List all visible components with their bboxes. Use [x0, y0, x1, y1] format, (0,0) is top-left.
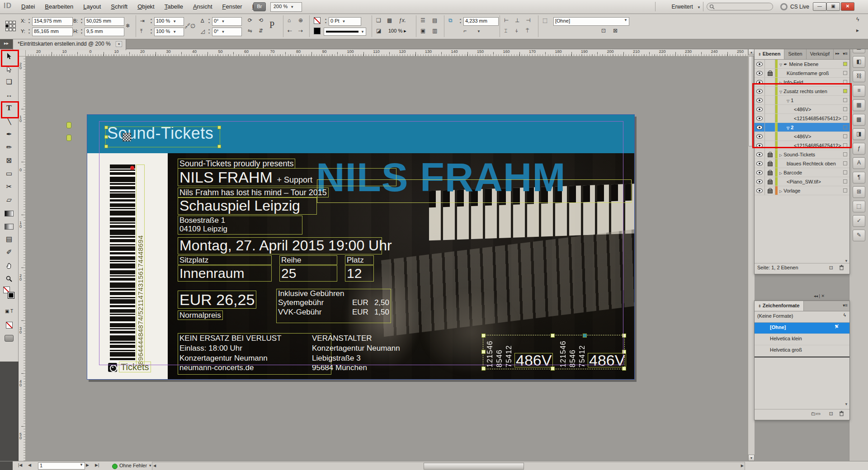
layers-panel-icon[interactable]: ◧ [853, 56, 865, 68]
group-selection-frame[interactable] [483, 335, 625, 369]
rotation-stepper[interactable]: ▴▾ [207, 17, 211, 24]
preflight-panel-icon[interactable]: ✓ [853, 215, 865, 227]
stroke-panel-icon[interactable]: ≡ [853, 85, 865, 97]
quick-apply-icon[interactable]: ϟ [844, 313, 846, 318]
cs-live-label[interactable]: CS Live [790, 4, 809, 10]
vertical-scroll-thumb[interactable] [749, 56, 754, 146]
layer-row[interactable]: ▷Info-Feld [755, 78, 849, 87]
frame-fitting-icon[interactable]: ⧉ [448, 17, 453, 24]
direct-selection-tool[interactable] [0, 62, 18, 75]
tab-seiten[interactable]: Seiten [784, 49, 806, 60]
new-style-icon[interactable]: ⊡ [829, 411, 833, 417]
control-panel-menu-icon[interactable]: ▸ [856, 27, 859, 33]
shear-stepper[interactable]: ▴▾ [207, 28, 211, 35]
scissors-tool[interactable]: ✂ [0, 180, 18, 193]
visibility-eye-icon[interactable] [755, 60, 765, 68]
layer-row[interactable]: <Piano_SW.tif> [755, 177, 849, 186]
restore-button[interactable]: ▣ [826, 2, 840, 11]
tab-verknuepfungen[interactable]: Verknüpf [807, 49, 834, 60]
distribute-middle-icon[interactable]: ⍭ [515, 28, 518, 34]
organizer-block[interactable]: VERANSTALTER Konzertagentur NeumannLiebi… [310, 333, 463, 375]
pencil-tool[interactable]: ✏ [0, 141, 18, 154]
menu-fenster[interactable]: Fenster [217, 0, 247, 14]
selection-square[interactable] [843, 161, 847, 165]
previous-page-icon[interactable]: ◀ [28, 463, 31, 467]
quick-apply-icon[interactable]: ϟ [856, 16, 859, 23]
selection-square[interactable] [843, 89, 847, 93]
hand-tool[interactable] [0, 258, 18, 272]
selection-tool[interactable] [0, 49, 18, 62]
horizontal-scrollbar[interactable]: ◀ ▶ [152, 462, 745, 470]
close-button[interactable]: ✕ [841, 2, 854, 11]
minimize-button[interactable]: — [813, 2, 826, 11]
apply-none-button[interactable] [0, 318, 18, 331]
vertical-ruler[interactable]: 201001020304050 [18, 56, 26, 461]
style-group-icon[interactable]: 🗀︎▭ [811, 411, 821, 417]
lock-icon[interactable] [765, 105, 775, 113]
menu-ansicht[interactable]: Ansicht [188, 0, 217, 14]
place-value[interactable]: 12 [345, 265, 374, 282]
lock-icon[interactable] [765, 78, 775, 86]
selection-square[interactable] [843, 170, 847, 174]
seat-value[interactable]: Innenraum [178, 265, 272, 282]
twirl-icon[interactable]: ▽ [779, 90, 782, 94]
corner-options-icon[interactable]: ⌐ [463, 28, 467, 34]
style-row[interactable]: Helvetica groß [755, 345, 849, 357]
layer-row[interactable]: ▷Barcode [755, 168, 849, 177]
style-row[interactable]: [Ohne]✎̸ [755, 323, 849, 334]
layer-row[interactable]: ▽1 [755, 96, 849, 105]
screen-mode-button[interactable] [0, 331, 18, 344]
character-panel-icon[interactable]: A [853, 157, 865, 169]
scroll-left-icon[interactable]: ◀ [153, 464, 156, 468]
visibility-eye-icon[interactable] [755, 123, 765, 132]
visibility-eye-icon[interactable] [755, 132, 765, 141]
twirl-icon[interactable]: ▽ [787, 99, 789, 103]
swatches-panel-icon[interactable]: ▩ [853, 114, 865, 126]
x-field[interactable]: 154,975 mm [32, 17, 73, 26]
stroke-style-dropdown[interactable]: ▼ [324, 28, 366, 36]
twirl-icon[interactable]: ▷ [779, 171, 782, 175]
fees-block[interactable]: Inklusive Gebühren SytemgebührEUR2,50VVK… [276, 289, 391, 323]
selection-square[interactable] [843, 134, 847, 138]
page-number-field[interactable]: 1 ▼ [38, 462, 85, 470]
menu-tabelle[interactable]: Tabelle [160, 0, 188, 14]
ticket-photo[interactable]: NILS FRAHM Sound-Tickets proudly present… [168, 153, 634, 379]
scroll-up-icon[interactable]: ▲ [748, 49, 755, 55]
select-container-icon[interactable]: ⌂ [288, 17, 291, 24]
visibility-eye-icon[interactable] [755, 69, 765, 77]
x-stepper[interactable]: ▴▾ [27, 17, 31, 24]
scale-y-stepper[interactable]: ▴▾ [149, 28, 153, 35]
lock-icon[interactable] [765, 159, 775, 168]
scripts-panel-icon[interactable]: ✎ [853, 230, 865, 241]
tab-zeichenformate[interactable]: ⇕Zeichenformate [755, 301, 804, 311]
line-tool[interactable]: ╲ [0, 114, 18, 127]
zoom-tool[interactable] [0, 272, 18, 285]
menu-schrift[interactable]: Schrift [106, 0, 132, 14]
twirl-icon[interactable]: ▷ [779, 153, 782, 157]
workspace-switcher[interactable]: Erweitert ▼ [671, 4, 701, 10]
twirl-icon[interactable]: ▽ [787, 126, 789, 130]
free-transform-tool[interactable]: ▱ [0, 193, 18, 206]
reference-point-proxy[interactable] [5, 21, 15, 31]
visibility-eye-icon[interactable] [755, 78, 765, 86]
visibility-eye-icon[interactable] [755, 87, 765, 95]
align-right-icon[interactable]: ⊣ [526, 17, 530, 24]
frame-tool[interactable]: ⊠ [0, 154, 18, 167]
zoom-level-dropdown[interactable]: 200 %▼ [270, 2, 302, 12]
frame-anchor[interactable] [66, 122, 71, 128]
place-label[interactable]: Platz [345, 255, 374, 265]
frame-offset-stepper[interactable]: ▴▾ [458, 17, 462, 24]
preflight-status-text[interactable]: Ohne Fehler [119, 463, 147, 468]
select-next-icon[interactable]: ⇢ [298, 28, 303, 34]
drop-shadow-icon[interactable]: ❏ [376, 17, 381, 24]
menu-datei[interactable]: Datei [16, 0, 40, 14]
height-field[interactable]: 9,5 mm [85, 28, 124, 36]
y-field[interactable]: 85,165 mm [32, 28, 73, 36]
bridge-button[interactable]: Br [253, 2, 266, 11]
selection-square[interactable] [843, 98, 847, 102]
layer-row[interactable]: ▽2 [755, 123, 849, 132]
next-page-icon[interactable]: ▶ [86, 463, 89, 467]
visibility-eye-icon[interactable] [755, 168, 765, 177]
lock-icon[interactable] [765, 132, 775, 141]
visibility-eye-icon[interactable] [755, 177, 765, 186]
